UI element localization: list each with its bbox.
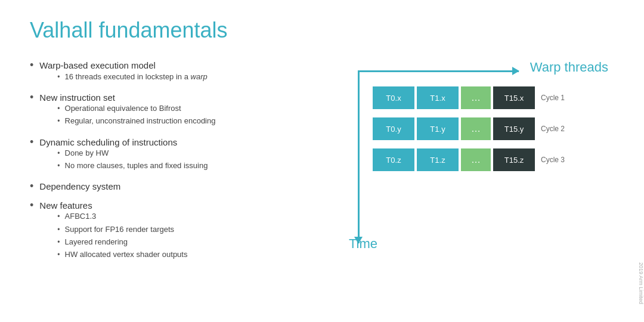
bullet-1: • Warp-based execution model • 16 thread…: [30, 60, 334, 86]
sub-dot-5-4: •: [57, 250, 60, 260]
slide-title: Valhall fundamentals: [30, 18, 614, 43]
sub-dot-1-1: •: [57, 72, 60, 82]
bullet-5-text: New features: [39, 200, 92, 210]
sub-dot-5-2: •: [57, 225, 60, 235]
bullet-2-text: New instruction set: [39, 92, 115, 103]
cell-t1x: T1.x: [417, 86, 459, 109]
grid-area: T0.x T1.x … T15.x Cycle 1 T0.y T1.y … T1…: [373, 86, 608, 179]
sub-dot-2-2: •: [57, 116, 60, 126]
sub-text-2-1: Operational equivalence to Bifrost: [65, 103, 181, 114]
right-column: Warp threads Time T0.x T1.x … T15.x Cycl…: [346, 60, 614, 270]
left-column: • Warp-based execution model • 16 thread…: [30, 60, 334, 270]
cycle-label-1: Cycle 1: [541, 94, 565, 102]
cell-t15x: T15.x: [493, 86, 535, 109]
cycle-label-3: Cycle 3: [541, 156, 565, 164]
bullet-3-text: Dynamic scheduling of instructions: [39, 137, 177, 147]
time-label: Time: [349, 236, 377, 252]
sub-text-5-2: Support for FP16 render targets: [65, 224, 175, 235]
sub-text-5-4: HW allocated vertex shader outputs: [65, 249, 188, 260]
sub-dot-3-1: •: [57, 148, 60, 159]
sub-bullet-3-2: • No more clauses, tuples and fixed issu…: [57, 160, 208, 171]
bullet-4: • Dependency system: [30, 181, 334, 193]
arrow-down-icon: [358, 70, 360, 243]
sub-text-5-3: Layered rendering: [65, 237, 128, 247]
bullet-3: • Dynamic scheduling of instructions • D…: [30, 137, 334, 175]
grid-row-3: T0.z T1.z … T15.z Cycle 3: [373, 148, 608, 171]
cell-dots-z: …: [461, 148, 491, 171]
cell-dots-x: …: [461, 86, 491, 109]
cell-dots-y: …: [461, 117, 491, 140]
slide: Valhall fundamentals • Warp-based execut…: [0, 0, 644, 322]
sub-text-3-2: No more clauses, tuples and fixed issuin…: [65, 160, 208, 171]
sub-bullet-3-1: • Done by HW: [57, 148, 208, 159]
cell-t1z: T1.z: [417, 148, 459, 171]
grid-row-2: T0.y T1.y … T15.y Cycle 2: [373, 117, 608, 140]
bullet-1-text: Warp-based execution model: [39, 60, 156, 70]
sub-bullets-5: • AFBC1.3 • Support for FP16 render targ…: [57, 211, 187, 260]
sub-text-1-1: 16 threads executed in lockstep in a war…: [65, 72, 208, 82]
sub-dot-3-2: •: [57, 161, 60, 171]
sub-bullet-5-2: • Support for FP16 render targets: [57, 224, 187, 235]
sub-bullets-3: • Done by HW • No more clauses, tuples a…: [57, 148, 208, 171]
bullet-5: • New features • AFBC1.3 • Support for F…: [30, 200, 334, 264]
sub-dot-5-3: •: [57, 237, 60, 247]
sub-bullets-2: • Operational equivalence to Bifrost • R…: [57, 103, 215, 126]
sub-bullet-2-2: • Regular, unconstrained instruction enc…: [57, 116, 215, 126]
warp-label: Warp threads: [530, 60, 608, 75]
copyright-text: 2019 Arm Limited: [638, 262, 644, 304]
grid-row-1: T0.x T1.x … T15.x Cycle 1: [373, 86, 608, 109]
sub-bullet-5-1: • AFBC1.3: [57, 211, 187, 222]
cell-t0x: T0.x: [373, 86, 414, 109]
bullet-dot-2: •: [30, 91, 33, 104]
cell-t15y: T15.y: [493, 117, 535, 140]
sub-bullet-1-1: • 16 threads executed in lockstep in a w…: [57, 72, 207, 82]
cell-t0z: T0.z: [373, 148, 414, 171]
cell-t0y: T0.y: [373, 117, 414, 140]
sub-bullets-1: • 16 threads executed in lockstep in a w…: [57, 72, 207, 82]
content-area: • Warp-based execution model • 16 thread…: [30, 60, 614, 270]
sub-dot-5-1: •: [57, 212, 60, 222]
bullet-dot-4: •: [30, 179, 33, 193]
cycle-label-2: Cycle 2: [541, 125, 565, 133]
bullet-dot-3: •: [30, 135, 33, 149]
cell-t15z: T15.z: [493, 148, 535, 171]
sub-text-5-1: AFBC1.3: [65, 211, 97, 222]
bullet-2: • New instruction set • Operational equi…: [30, 92, 334, 131]
sub-bullet-5-4: • HW allocated vertex shader outputs: [57, 249, 187, 260]
sub-text-2-2: Regular, unconstrained instruction encod…: [65, 116, 216, 126]
sub-bullet-5-3: • Layered rendering: [57, 237, 187, 247]
cell-t1y: T1.y: [417, 117, 459, 140]
sub-bullet-2-1: • Operational equivalence to Bifrost: [57, 103, 215, 114]
bullet-dot-5: •: [30, 199, 33, 212]
bullet-dot-1: •: [30, 58, 33, 72]
bullet-4-text: Dependency system: [39, 181, 120, 191]
sub-text-3-1: Done by HW: [65, 148, 109, 159]
arrow-right-icon: [358, 70, 519, 72]
sub-dot-2-1: •: [57, 104, 60, 114]
